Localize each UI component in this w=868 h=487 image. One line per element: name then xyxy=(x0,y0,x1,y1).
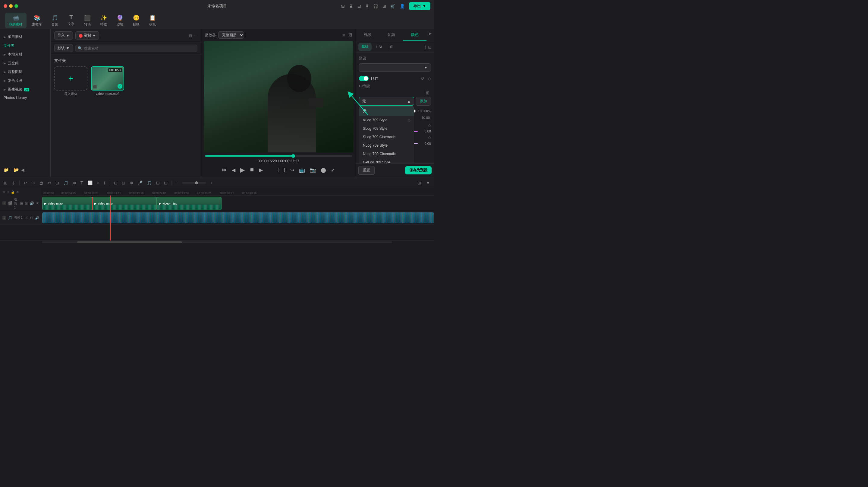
lut-option-none[interactable]: 无 xyxy=(359,107,414,116)
lut-select[interactable]: 无 ▲ xyxy=(359,97,414,106)
minus-button[interactable]: − xyxy=(174,180,180,186)
default-view-button[interactable]: 默认 ▼ xyxy=(54,44,73,52)
audio-volume-icon[interactable]: 🔊 xyxy=(35,216,39,220)
new-folder-icon[interactable]: 📁+ xyxy=(4,168,11,172)
video-clip-2[interactable]: ▶video-miao xyxy=(92,197,157,210)
headphone-icon[interactable]: 🎧 xyxy=(373,4,378,8)
image-icon[interactable]: 🖼 xyxy=(348,33,352,37)
add-media-button[interactable]: + xyxy=(54,66,87,90)
mic-button[interactable]: 🎤 xyxy=(136,180,144,186)
sidebar-item-ai-video[interactable]: ▶ 图生视频 AI xyxy=(0,85,50,94)
screen-button[interactable]: 📺 xyxy=(299,167,306,173)
preview-timeline-bar[interactable] xyxy=(205,155,352,156)
cut-button[interactable]: ✂ xyxy=(46,180,53,186)
import-folder-icon[interactable]: 📂 xyxy=(13,168,19,172)
undo-button[interactable]: ↩ xyxy=(22,180,29,186)
quality-select[interactable]: 完整画质 xyxy=(218,31,244,39)
tl-grid-button[interactable]: ⊞ xyxy=(416,180,423,186)
grid-view-icon[interactable]: ⊞ xyxy=(342,33,345,37)
delete-button[interactable]: 🗑 xyxy=(38,180,45,186)
mark-in-button[interactable]: { xyxy=(277,167,279,173)
reset-button[interactable]: 重置 xyxy=(358,166,375,175)
special-button[interactable]: ⟐ xyxy=(95,180,101,186)
box-button[interactable]: ⬜ xyxy=(86,180,94,186)
audio-add-icon[interactable]: ⊞ xyxy=(25,216,28,220)
close-button[interactable] xyxy=(4,4,7,8)
record-ctrl-button[interactable]: ⬤ xyxy=(320,167,327,173)
toolbar-filter[interactable]: 🔮 滤镜 xyxy=(113,13,127,28)
sidebar-item-local[interactable]: ▶ 本地素材 xyxy=(0,50,50,59)
audio-copy-icon[interactable]: ⊟ xyxy=(30,216,33,220)
zoom-slider[interactable] xyxy=(182,182,206,184)
music-button[interactable]: 🎵 xyxy=(145,180,153,186)
magnet-icon[interactable]: ⊟ xyxy=(7,191,9,194)
sidebar-item-project[interactable]: ▶ 项目素材 xyxy=(0,33,50,41)
grid-icon[interactable]: ⊞ xyxy=(382,4,386,8)
save-preset-button[interactable]: 保存为预设 xyxy=(405,166,432,174)
sidebar-item-adjust[interactable]: ▶ 调整图层 xyxy=(0,67,50,76)
crop-button[interactable]: ⊡ xyxy=(54,180,61,186)
subtab-hsl[interactable]: HSL xyxy=(373,44,386,50)
timeline-thumb[interactable] xyxy=(291,154,295,158)
insert-button[interactable]: ↪ xyxy=(290,167,295,173)
sidebar-folder-label[interactable]: 文件夹 xyxy=(0,41,50,50)
preset-dropdown[interactable]: ▼ xyxy=(359,63,431,72)
shield-button[interactable]: ⊕ xyxy=(128,180,135,186)
minimize-button[interactable] xyxy=(9,4,13,8)
layout-icon[interactable]: ⊟ xyxy=(358,4,361,8)
pip-button[interactable]: ⊟ xyxy=(162,180,169,186)
plus-button[interactable]: + xyxy=(209,180,214,186)
lut-option-nlog-cin[interactable]: NLog 709 Cinematic xyxy=(359,150,414,158)
import-button[interactable]: 导入 ▼ xyxy=(54,31,73,39)
toolbar-media-lib[interactable]: 📚 素材库 xyxy=(28,13,46,28)
video-volume-icon[interactable]: 🔊 xyxy=(30,201,34,205)
camera-button[interactable]: 📷 xyxy=(309,167,316,173)
clip-btn2[interactable]: ⊟ xyxy=(120,180,127,186)
expand-button[interactable]: ⟫ xyxy=(102,180,107,186)
video-add-icon[interactable]: ⊞ xyxy=(20,201,23,205)
audio-clip-main[interactable] xyxy=(42,212,434,223)
toolbar-audio[interactable]: 🎵 音频 xyxy=(47,13,62,28)
lut-add-button[interactable]: 添加 xyxy=(416,97,431,106)
lut-option-slog-cin[interactable]: SLog 709 Cinematic xyxy=(359,133,414,141)
export-button[interactable]: 导出 ▼ xyxy=(409,2,430,10)
cart-icon[interactable]: 🛒 xyxy=(390,4,396,8)
select-tool-button[interactable]: ⊹ xyxy=(10,180,17,186)
media-thumbnail[interactable]: 00:00:27 ✓ ⬛ xyxy=(91,66,124,90)
text-tl-button[interactable]: T xyxy=(79,180,85,186)
settings-icon[interactable]: ⊞ xyxy=(341,4,345,8)
lut-reset-icon[interactable]: ↺ xyxy=(420,76,426,82)
lut-option-vlog[interactable]: VLog 709 Style ◇ xyxy=(359,116,414,124)
collapse-icon[interactable]: ◀ xyxy=(21,168,24,172)
lut-option-nlog[interactable]: NLog 709 Style xyxy=(359,141,414,150)
rewind-button[interactable]: ⏮ xyxy=(221,167,227,173)
sidebar-item-cloud[interactable]: ▶ 云空间 xyxy=(0,59,50,67)
mark-out-button[interactable]: } xyxy=(283,167,286,173)
clip-btn1[interactable]: ⊟ xyxy=(113,180,119,186)
lut-toggle[interactable] xyxy=(359,76,369,81)
maximize-button[interactable] xyxy=(14,4,18,8)
lut-option-slog1[interactable]: SLog 709 Style xyxy=(359,124,414,133)
toolbar-my-media[interactable]: 📹 我的素材 xyxy=(5,13,27,28)
lock-icon[interactable]: 🔒 xyxy=(11,191,14,194)
sidebar-item-compound[interactable]: ▶ 复合片段 xyxy=(0,76,50,85)
fullscreen-panel-icon[interactable]: ⊡ xyxy=(428,45,432,50)
video-clip-3[interactable]: ▶video-miao xyxy=(157,197,221,210)
video-clip-1[interactable]: ▶video-miao xyxy=(42,197,92,210)
tab-video[interactable]: 视频 xyxy=(356,29,379,41)
subtab-curve[interactable]: 曲 xyxy=(387,43,397,51)
redo-button[interactable]: ↪ xyxy=(30,180,36,186)
record-button[interactable]: ⬤ 录制 ▼ xyxy=(75,31,99,39)
filter-media-icon[interactable]: ⊟ xyxy=(189,33,192,38)
user-icon[interactable]: 👤 xyxy=(400,4,405,8)
audio-clip-button[interactable]: 🎵 xyxy=(62,180,70,186)
toolbar-transition[interactable]: ⬛ 转场 xyxy=(80,13,95,28)
more-icon[interactable]: ··· xyxy=(194,33,197,38)
search-input[interactable] xyxy=(75,45,197,52)
split-view-button[interactable]: ⊞ xyxy=(2,180,9,186)
next-frame-button[interactable]: ▶ xyxy=(258,167,264,173)
fullscreen-button[interactable]: ⤢ xyxy=(330,167,336,173)
play-button[interactable]: ▶ xyxy=(240,166,245,174)
sidebar-item-photos[interactable]: Photos Library xyxy=(0,94,50,102)
toolbar-template[interactable]: 📋 模板 xyxy=(145,13,160,28)
